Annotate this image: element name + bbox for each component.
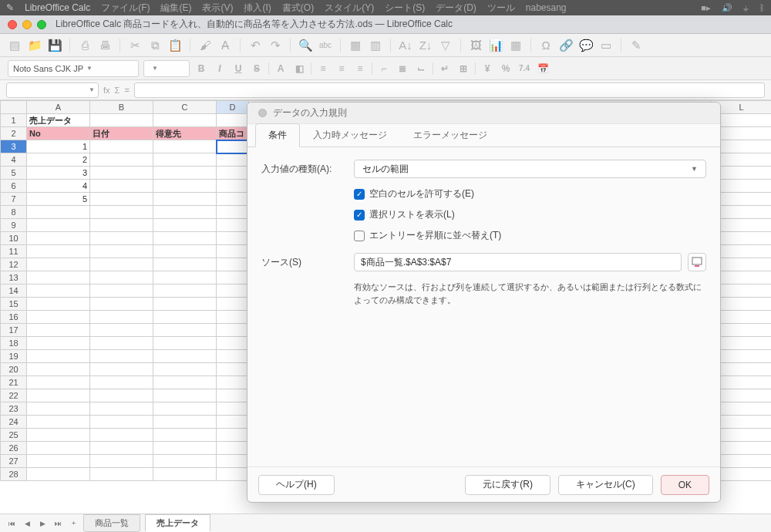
currency-button[interactable]: ¥ [480, 62, 494, 76]
open-icon[interactable]: 📁 [28, 39, 42, 52]
row-header[interactable]: 9 [1, 219, 27, 232]
draw-icon[interactable]: ✎ [629, 39, 643, 52]
col-header-b[interactable]: B [90, 101, 153, 114]
ok-button[interactable]: OK [661, 475, 709, 495]
save-icon[interactable]: 💾 [48, 39, 62, 52]
col-icon[interactable]: ▥ [369, 39, 382, 52]
tab-input-help[interactable]: 入力時メッセージ [300, 123, 400, 146]
cell[interactable]: 2 [27, 153, 90, 167]
name-box[interactable]: ▼ [6, 82, 99, 98]
col-header-d[interactable]: D [217, 101, 249, 114]
tab-error-alert[interactable]: エラーメッセージ [400, 123, 500, 146]
row-header[interactable]: 21 [1, 376, 27, 389]
row-header-selected[interactable]: 3 [1, 140, 27, 153]
export-pdf-icon[interactable]: ⎙ [78, 39, 92, 52]
row-header[interactable]: 20 [1, 363, 27, 376]
formula-input[interactable] [134, 82, 765, 98]
menu-edit[interactable]: 編集(E) [160, 2, 191, 15]
row-header[interactable]: 25 [1, 429, 27, 442]
row-header[interactable]: 15 [1, 298, 27, 311]
align-bottom-button[interactable]: ⌙ [414, 62, 428, 76]
cell[interactable]: No [27, 127, 90, 140]
col-header-a[interactable]: A [27, 101, 90, 114]
percent-button[interactable]: % [499, 62, 513, 76]
zoom-window-button[interactable] [37, 20, 46, 29]
cell[interactable]: 3 [27, 167, 90, 180]
align-center-button[interactable]: ≡ [335, 62, 348, 76]
cell[interactable]: 売上データ [27, 114, 90, 127]
row-header[interactable]: 13 [1, 271, 27, 285]
cell[interactable] [90, 140, 153, 153]
row-header[interactable]: 17 [1, 324, 27, 337]
col-header-c[interactable]: C [153, 101, 217, 114]
sort-asc-checkbox[interactable] [354, 231, 365, 241]
autofilter-icon[interactable]: ▽ [439, 39, 453, 52]
row-header[interactable]: 18 [1, 337, 27, 350]
align-top-button[interactable]: ⌐ [377, 62, 391, 76]
row-header[interactable]: 11 [1, 245, 27, 258]
close-window-button[interactable] [8, 20, 17, 29]
sort-desc-icon[interactable]: Z↓ [419, 39, 433, 52]
row-header[interactable]: 23 [1, 402, 27, 416]
align-right-button[interactable]: ≡ [353, 62, 367, 76]
row-header[interactable]: 5 [1, 167, 27, 180]
row-header[interactable]: 10 [1, 232, 27, 245]
row-header[interactable]: 16 [1, 311, 27, 324]
shrink-reference-button[interactable] [688, 253, 706, 271]
active-cell[interactable] [217, 140, 249, 153]
row-header[interactable]: 26 [1, 442, 27, 455]
dialog-titlebar[interactable]: データの入力規則 [247, 103, 720, 124]
menu-data[interactable]: データ(D) [436, 2, 476, 15]
menu-tools[interactable]: ツール [487, 2, 515, 15]
menu-file[interactable]: ファイル(F) [101, 2, 150, 15]
row-header[interactable]: 4 [1, 153, 27, 167]
headers-footers-icon[interactable]: ▭ [599, 39, 613, 52]
row-header[interactable]: 14 [1, 285, 27, 298]
row-header[interactable]: 22 [1, 389, 27, 402]
row-header[interactable]: 28 [1, 468, 27, 481]
menu-insert[interactable]: 挿入(I) [244, 2, 271, 15]
paint-format-icon[interactable]: 🖌 [198, 39, 212, 52]
cell[interactable]: 5 [27, 193, 90, 206]
cell[interactable] [153, 140, 217, 153]
cell[interactable]: 商品コ [217, 127, 249, 140]
cell[interactable]: 4 [27, 180, 90, 193]
sheet-tab-sales[interactable]: 売上データ [145, 514, 210, 532]
wrap-text-button[interactable]: ↵ [438, 62, 452, 76]
row-header[interactable]: 6 [1, 180, 27, 193]
add-sheet-button[interactable]: ＋ [68, 518, 79, 529]
menu-sheet[interactable]: シート(S) [385, 2, 425, 15]
cut-icon[interactable]: ✂ [128, 39, 142, 52]
redo-icon[interactable]: ↷ [268, 39, 282, 52]
clear-format-icon[interactable]: A̶ [218, 39, 232, 52]
menu-user[interactable]: nabesang [526, 2, 567, 13]
equals-button[interactable]: = [124, 86, 129, 95]
sheet-tab-products[interactable]: 商品一覧 [83, 514, 140, 532]
help-button[interactable]: ヘルプ(H) [258, 475, 335, 495]
row-header[interactable]: 12 [1, 258, 27, 271]
find-icon[interactable]: 🔍 [298, 39, 312, 52]
minimize-window-button[interactable] [22, 20, 32, 29]
sort-asc-icon[interactable]: A↓ [399, 39, 412, 52]
italic-button[interactable]: I [213, 62, 227, 76]
new-icon[interactable]: ▤ [8, 39, 22, 52]
source-input[interactable]: $商品一覧.$A$3:$A$7 [354, 253, 682, 271]
menu-style[interactable]: スタイル(Y) [325, 2, 374, 15]
row-header[interactable]: 2 [1, 127, 27, 140]
cell[interactable]: 日付 [90, 127, 153, 140]
tab-criteria[interactable]: 条件 [255, 123, 300, 147]
highlight-color-button[interactable]: ◧ [292, 62, 306, 76]
font-name-combo[interactable]: Noto Sans CJK JP ▼ [8, 60, 139, 77]
allow-dropdown[interactable]: セルの範囲 ▼ [354, 160, 706, 178]
image-icon[interactable]: 🖼 [469, 39, 483, 52]
spellcheck-icon[interactable]: abc [318, 39, 332, 52]
cell[interactable]: 1 [27, 140, 90, 153]
allow-blank-checkbox[interactable]: ✓ [354, 189, 365, 200]
row-icon[interactable]: ▦ [348, 39, 362, 52]
cell[interactable]: 得意先 [153, 127, 217, 140]
paste-icon[interactable]: 📋 [168, 39, 182, 52]
special-char-icon[interactable]: Ω [539, 39, 553, 52]
font-color-button[interactable]: A [274, 62, 288, 76]
show-list-checkbox[interactable]: ✓ [354, 210, 365, 221]
underline-button[interactable]: U [231, 62, 245, 76]
